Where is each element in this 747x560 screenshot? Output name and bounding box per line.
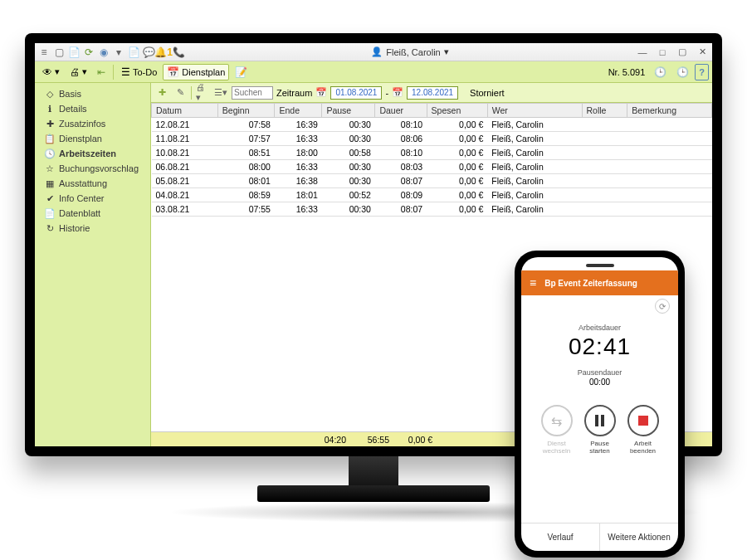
cell-dauer: 08:07 — [375, 202, 427, 217]
cell-ende: 16:33 — [275, 202, 322, 217]
history-fwd-button[interactable]: 🕒 — [672, 64, 693, 80]
minimize-button[interactable]: — — [636, 46, 649, 58]
ausstattung-icon: ▦ — [45, 178, 55, 188]
nav-icon[interactable]: ◉ — [98, 46, 110, 58]
arbeit-beenden-button[interactable]: Arbeitbeenden — [627, 405, 659, 455]
dropdown-icon[interactable]: ▾ — [113, 46, 124, 58]
pause-starten-label: Pausestarten — [589, 440, 609, 455]
refresh-icon[interactable]: ⟳ — [83, 46, 95, 58]
list-icon: ☰ — [121, 66, 130, 78]
print-button[interactable]: 🖨▾ — [66, 64, 91, 80]
cell-spesen: 0,00 € — [427, 146, 487, 160]
dienstplan-button[interactable]: 📅Dienstplan — [163, 64, 229, 80]
calendar-from-icon[interactable]: 📅 — [315, 87, 327, 98]
cell-datum: 03.08.21 — [152, 202, 218, 217]
status-pause-total: 04:20 — [313, 435, 346, 445]
cell-rolle — [582, 174, 627, 188]
phone-refresh-button[interactable]: ⟳ — [655, 299, 670, 314]
col-rolle[interactable]: Rolle — [582, 104, 627, 118]
col-spesen[interactable]: Spesen — [427, 104, 487, 118]
view-button[interactable]: 👁▾ — [38, 64, 64, 80]
cell-beginn: 08:01 — [217, 174, 275, 188]
date-to-input[interactable] — [407, 86, 458, 100]
table-row[interactable]: 05.08.2108:0116:3800:3008:070,00 €Fleiß,… — [152, 174, 712, 188]
cell-rolle — [582, 202, 627, 217]
col-pause[interactable]: Pause — [322, 104, 375, 118]
edit-button[interactable]: ✎ — [173, 85, 188, 100]
sidebar-item-basis[interactable]: ◇Basis — [35, 86, 150, 101]
print-list-button[interactable]: 🖨▾ — [195, 85, 210, 100]
table-row[interactable]: 12.08.2107:5816:3900:3008:100,00 €Fleiß,… — [152, 118, 712, 132]
menu-icon[interactable]: ≡ — [38, 46, 50, 58]
calendar-icon: 📅 — [167, 66, 179, 78]
sidebar-item-details[interactable]: ℹDetails — [35, 101, 150, 116]
datenblatt-icon: 📄 — [45, 208, 55, 218]
cell-bemerkung — [627, 146, 712, 160]
cell-ende: 16:39 — [275, 118, 322, 132]
date-from-input[interactable] — [330, 86, 382, 100]
table-row[interactable]: 10.08.2108:5118:0000:5808:100,00 €Fleiß,… — [152, 146, 712, 160]
cell-datum: 10.08.21 — [152, 146, 218, 160]
sidebar-item-datenblatt[interactable]: 📄Datenblatt — [35, 206, 150, 221]
sidebar-item-historie[interactable]: ↻Historie — [35, 221, 150, 236]
columns-button[interactable]: ☰▾ — [213, 85, 228, 100]
weitere-aktionen-button[interactable]: Weitere Aktionen — [599, 523, 678, 551]
sidebar-item-zusatzinfos[interactable]: ✚Zusatzinfos — [35, 116, 150, 131]
monitor-stand — [349, 456, 398, 489]
sidebar-item-dienstplan[interactable]: 📋Dienstplan — [35, 131, 150, 146]
col-ende[interactable]: Ende — [275, 104, 322, 118]
table-row[interactable]: 11.08.2107:5716:3300:3008:060,00 €Fleiß,… — [152, 132, 712, 146]
cell-beginn: 07:57 — [217, 132, 275, 146]
arbeitszeiten-icon: 🕓 — [45, 149, 55, 158]
col-dauer[interactable]: Dauer — [375, 104, 427, 118]
cell-spesen: 0,00 € — [427, 132, 487, 146]
col-datum[interactable]: Datum — [152, 104, 218, 118]
record-number: Nr. 5.091 — [608, 67, 646, 77]
col-beginn[interactable]: Beginn — [217, 104, 275, 118]
export-button[interactable]: ⇤ — [93, 64, 110, 80]
table-row[interactable]: 03.08.2107:5516:3300:3008:070,00 €Fleiß,… — [152, 202, 712, 217]
hamburger-icon[interactable]: ≡ — [530, 276, 536, 290]
cell-bemerkung — [627, 160, 712, 174]
cell-dauer: 08:06 — [375, 132, 427, 146]
chevron-down-icon[interactable]: ▾ — [444, 46, 449, 57]
sidebar-item-info center[interactable]: ✔Info Center — [35, 191, 150, 206]
restore-button[interactable]: □ — [656, 46, 669, 58]
window-icon[interactable]: ▢ — [53, 46, 65, 58]
separator — [113, 65, 114, 80]
sidebar-item-label: Zusatzinfos — [59, 119, 105, 129]
cell-pause: 00:30 — [322, 174, 375, 188]
table-row[interactable]: 06.08.2108:0016:3300:3008:030,00 €Fleiß,… — [152, 160, 712, 174]
maximize-button[interactable]: ▢ — [676, 46, 689, 58]
arbeit-beenden-label: Arbeitbeenden — [630, 440, 656, 455]
info center-icon: ✔ — [45, 193, 55, 203]
verlauf-button[interactable]: Verlauf — [521, 523, 599, 551]
search-input[interactable] — [232, 86, 273, 100]
doc-icon[interactable]: 📄 — [128, 46, 139, 58]
save-icon[interactable]: 📄 — [68, 46, 80, 58]
cell-beginn: 08:59 — [217, 188, 275, 202]
dienst-wechseln-button[interactable]: ⇆ Dienstwechseln — [541, 405, 573, 455]
sidebar-item-buchungsvorschlag[interactable]: ☆Buchungsvorschlag — [35, 161, 150, 176]
add-button[interactable]: ✚ — [154, 85, 169, 100]
pause-starten-button[interactable]: Pausestarten — [584, 405, 616, 455]
close-button[interactable]: ✕ — [696, 46, 709, 58]
calendar-to-icon[interactable]: 📅 — [392, 87, 403, 98]
chat-icon[interactable]: 💬 — [143, 46, 154, 58]
col-wer[interactable]: Wer — [487, 104, 582, 118]
phone-icon[interactable]: 📞 — [173, 46, 184, 58]
col-bemerkung[interactable]: Bemerkung — [627, 104, 712, 118]
table-row[interactable]: 04.08.2108:5918:0100:5208:090,00 €Fleiß,… — [152, 188, 712, 202]
sidebar-item-arbeitszeiten[interactable]: 🕓Arbeitszeiten — [35, 146, 150, 161]
cell-dauer: 08:03 — [375, 160, 427, 174]
todo-button[interactable]: ☰To-Do — [117, 64, 161, 80]
sidebar-item-ausstattung[interactable]: ▦Ausstattung — [35, 176, 150, 191]
cell-pause: 00:30 — [322, 118, 375, 132]
sidebar-item-label: Basis — [59, 89, 81, 99]
notes-button[interactable]: 📝 — [231, 64, 251, 80]
help-button[interactable]: ? — [695, 64, 709, 80]
storniert-label[interactable]: Storniert — [470, 88, 505, 98]
bell-icon[interactable]: 🔔1 — [158, 46, 169, 58]
cell-datum: 06.08.21 — [152, 160, 218, 174]
history-back-button[interactable]: 🕒 — [650, 64, 671, 80]
